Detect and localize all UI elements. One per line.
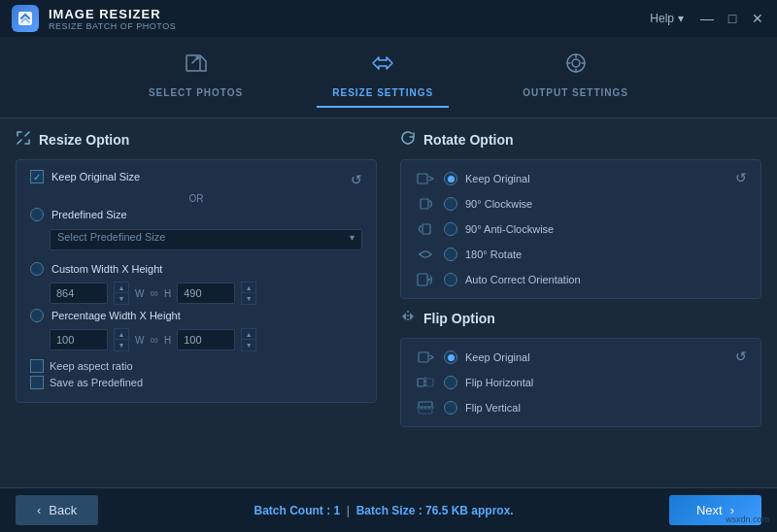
resize-option-box: Keep Original Size ↺ OR Predefined Size …	[16, 159, 377, 403]
rotate-anticlockwise90-radio[interactable]	[444, 222, 457, 236]
rotate-clockwise90-row: 90° Clockwise	[415, 195, 735, 213]
rotate-autocorrect-icon	[415, 271, 436, 288]
height-spin-up[interactable]: ▲	[242, 283, 255, 293]
right-panel: Rotate Option Keep Original	[392, 130, 761, 476]
resize-option-icon	[16, 130, 31, 150]
flip-option-icon	[400, 309, 416, 328]
rotate-clockwise90-icon	[415, 195, 436, 213]
percentage-size-radio[interactable]	[30, 309, 44, 322]
flip-horizontal-row: Flip Horizontal	[415, 374, 735, 391]
p-width-input[interactable]	[50, 329, 108, 350]
rotate-keep-original-row: Keep Original	[415, 170, 735, 187]
height-spin-down[interactable]: ▼	[242, 293, 255, 304]
svg-rect-6	[422, 224, 430, 234]
help-button[interactable]: Help ▾	[650, 12, 684, 25]
flip-keep-original-row: Keep Original	[415, 349, 735, 366]
rotate-keep-original-icon	[415, 170, 436, 187]
predefined-size-row: Predefined Size	[30, 208, 362, 221]
p-width-spin-up[interactable]: ▲	[115, 329, 128, 340]
svg-rect-5	[421, 199, 428, 209]
svg-rect-14	[419, 409, 432, 414]
tab-output-settings-label: OUTPUT SETTINGS	[523, 87, 628, 98]
app-icon	[12, 5, 39, 32]
p-height-spin-down[interactable]: ▼	[242, 340, 255, 350]
close-button[interactable]: ✕	[750, 11, 765, 26]
flip-vertical-radio[interactable]	[444, 401, 457, 415]
svg-rect-10	[418, 379, 424, 386]
keep-aspect-ratio-checkbox[interactable]	[30, 359, 44, 373]
tab-resize-settings-label: RESIZE SETTINGS	[332, 87, 433, 98]
window-controls: — □ ✕	[699, 11, 765, 26]
nav-tabs: SELECT PHOTOS RESIZE SETTINGS OUTPUT SET…	[0, 37, 777, 118]
p-width-spin-down[interactable]: ▼	[115, 340, 128, 350]
next-chevron-icon: ›	[730, 503, 734, 517]
rotate-reset-button[interactable]: ↺	[735, 170, 747, 185]
save-as-predefined-row: Save as Predefined	[30, 376, 362, 389]
rotate-clockwise90-radio[interactable]	[444, 197, 457, 211]
svg-point-3	[572, 59, 580, 67]
app-title: IMAGE RESIZER	[49, 7, 176, 21]
svg-rect-13	[419, 402, 432, 407]
minimize-button[interactable]: —	[699, 11, 715, 26]
keep-aspect-ratio-row: Keep aspect ratio	[30, 359, 362, 373]
title-text: IMAGE RESIZER RESIZE BATCH OF PHOTOS	[49, 7, 176, 31]
custom-size-inputs: ▲ ▼ W ∞ H ▲ ▼	[50, 282, 362, 305]
title-bar-right: Help ▾ — □ ✕	[650, 11, 765, 26]
footer: ‹ Back Batch Count : 1 | Batch Size : 76…	[0, 487, 777, 532]
svg-rect-9	[419, 352, 428, 362]
flip-keep-original-radio[interactable]	[444, 350, 457, 364]
svg-rect-11	[426, 379, 433, 386]
width-spin: ▲ ▼	[114, 282, 129, 305]
rotate-autocorrect-radio[interactable]	[444, 273, 457, 286]
extra-checkboxes: Keep aspect ratio Save as Predefined	[30, 359, 362, 389]
next-button[interactable]: Next ›	[669, 495, 761, 525]
predefined-size-select[interactable]	[50, 229, 362, 250]
width-spin-down[interactable]: ▼	[115, 293, 128, 304]
resize-option-title: Resize Option	[16, 130, 377, 150]
flip-reset-button[interactable]: ↺	[735, 349, 747, 364]
percentage-size-row: Percentage Width X Height	[30, 309, 362, 322]
rotate-autocorrect-row: Auto Correct Orientation	[415, 271, 735, 288]
p-height-spin-up[interactable]: ▲	[242, 329, 255, 340]
flip-keep-original-icon	[415, 349, 436, 366]
infinity-icon-2: ∞	[150, 333, 158, 347]
rotate-180-radio[interactable]	[444, 248, 457, 261]
flip-vertical-icon	[415, 399, 436, 416]
predefined-size-radio[interactable]	[30, 208, 44, 221]
width-input[interactable]	[50, 283, 108, 304]
p-height-input[interactable]	[177, 329, 235, 350]
width-spin-up[interactable]: ▲	[115, 283, 128, 293]
save-as-predefined-checkbox[interactable]	[30, 376, 44, 389]
custom-size-radio[interactable]	[30, 262, 44, 276]
resize-settings-icon	[370, 50, 395, 82]
app-subtitle: RESIZE BATCH OF PHOTOS	[49, 21, 176, 31]
rotate-option-title: Rotate Option	[400, 130, 761, 150]
p-height-spin: ▲ ▼	[241, 328, 256, 351]
predefined-select-wrapper: ▾ Select Predefined Size	[50, 227, 362, 256]
back-button[interactable]: ‹ Back	[16, 495, 98, 525]
output-settings-icon	[563, 50, 589, 82]
resize-reset-button[interactable]: ↺	[351, 172, 362, 187]
rotate-keep-original-radio[interactable]	[444, 172, 457, 185]
rotate-anticlockwise90-icon	[415, 220, 436, 238]
svg-rect-4	[418, 174, 427, 183]
keep-original-size-checkbox[interactable]	[30, 170, 44, 183]
predefined-size-select-container: ▾ Select Predefined Size	[30, 227, 362, 256]
height-spin: ▲ ▼	[241, 282, 256, 305]
or-divider: OR	[30, 193, 362, 204]
custom-size-row: Custom Width X Height	[30, 262, 362, 276]
flip-horizontal-radio[interactable]	[444, 376, 457, 389]
title-bar-left: IMAGE RESIZER RESIZE BATCH OF PHOTOS	[12, 5, 176, 32]
footer-info: Batch Count : 1 | Batch Size : 76.5 KB a…	[253, 504, 513, 517]
maximize-button[interactable]: □	[725, 11, 740, 26]
tab-select-photos[interactable]: SELECT PHOTOS	[133, 47, 258, 108]
tab-output-settings[interactable]: OUTPUT SETTINGS	[507, 47, 644, 108]
flip-option-title: Flip Option	[400, 309, 761, 328]
left-panel: Resize Option Keep Original Size ↺ OR Pr…	[16, 130, 392, 476]
tab-resize-settings[interactable]: RESIZE SETTINGS	[317, 47, 449, 108]
flip-options-list: Keep Original Flip Horizontal	[415, 349, 735, 416]
flip-horizontal-icon	[415, 374, 436, 391]
height-input[interactable]	[177, 283, 235, 304]
rotate-180-row: 180° Rotate	[415, 246, 735, 263]
flip-vertical-row: Flip Vertical	[415, 399, 735, 416]
